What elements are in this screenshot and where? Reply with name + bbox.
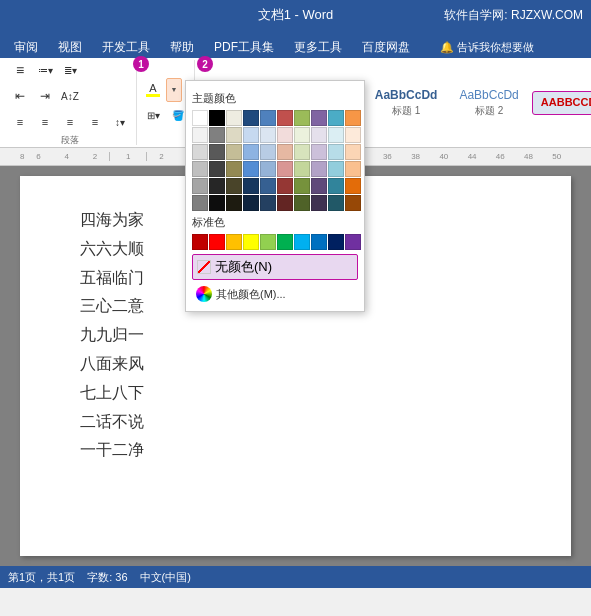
color-cell[interactable] bbox=[277, 144, 293, 160]
color-cell[interactable] bbox=[192, 234, 208, 250]
color-cell[interactable] bbox=[192, 178, 208, 194]
doc-text-line: 七上八下 bbox=[80, 379, 511, 408]
no-color-option[interactable]: 无颜色(N) bbox=[192, 254, 358, 280]
color-cell[interactable] bbox=[226, 127, 242, 143]
color-cell[interactable] bbox=[328, 127, 344, 143]
color-cell[interactable] bbox=[243, 195, 259, 211]
color-cell[interactable] bbox=[277, 178, 293, 194]
color-cell[interactable] bbox=[260, 144, 276, 160]
color-cell[interactable] bbox=[209, 161, 225, 177]
list-style-btn[interactable]: ≔▾ bbox=[33, 58, 57, 82]
color-cell[interactable] bbox=[243, 178, 259, 194]
color-cell[interactable] bbox=[311, 144, 327, 160]
color-cell[interactable] bbox=[345, 110, 361, 126]
align-center-btn[interactable]: ≡ bbox=[33, 110, 57, 134]
color-cell[interactable] bbox=[209, 195, 225, 211]
shading-color-btn[interactable]: A bbox=[141, 78, 165, 102]
color-cell[interactable] bbox=[277, 127, 293, 143]
color-cell[interactable] bbox=[243, 127, 259, 143]
color-cell[interactable] bbox=[294, 178, 310, 194]
color-cell[interactable] bbox=[345, 195, 361, 211]
color-cell[interactable] bbox=[260, 178, 276, 194]
style-title[interactable]: AABBCCDI bbox=[532, 91, 591, 115]
justify-btn[interactable]: ≡ bbox=[83, 110, 107, 134]
color-cell[interactable] bbox=[294, 234, 310, 250]
color-cell[interactable] bbox=[260, 234, 276, 250]
color-cell[interactable] bbox=[311, 234, 327, 250]
color-cell[interactable] bbox=[243, 234, 259, 250]
color-cell[interactable] bbox=[311, 178, 327, 194]
more-colors-option[interactable]: 其他颜色(M)... bbox=[192, 283, 358, 305]
color-cell[interactable] bbox=[192, 110, 208, 126]
color-cell[interactable] bbox=[311, 195, 327, 211]
color-cell[interactable] bbox=[226, 178, 242, 194]
color-cell[interactable] bbox=[260, 127, 276, 143]
color-cell[interactable] bbox=[209, 178, 225, 194]
color-cell[interactable] bbox=[328, 195, 344, 211]
color-cell[interactable] bbox=[328, 144, 344, 160]
color-cell[interactable] bbox=[192, 127, 208, 143]
highlight-dropdown-btn[interactable]: ▼ bbox=[166, 78, 182, 102]
color-cell[interactable] bbox=[192, 195, 208, 211]
color-cell[interactable] bbox=[209, 127, 225, 143]
color-cell[interactable] bbox=[345, 161, 361, 177]
color-cell[interactable] bbox=[345, 178, 361, 194]
color-cell[interactable] bbox=[328, 161, 344, 177]
color-cell[interactable] bbox=[294, 195, 310, 211]
color-cell[interactable] bbox=[226, 144, 242, 160]
color-cell[interactable] bbox=[328, 110, 344, 126]
color-cell[interactable] bbox=[345, 144, 361, 160]
increase-indent-btn[interactable]: ⇥ bbox=[33, 84, 57, 108]
color-cell[interactable] bbox=[260, 195, 276, 211]
color-cell[interactable] bbox=[192, 161, 208, 177]
color-cell[interactable] bbox=[328, 178, 344, 194]
tab-tell[interactable]: 🔔 告诉我你想要做 bbox=[430, 36, 544, 58]
line-spacing-btn[interactable]: ↕▾ bbox=[108, 110, 132, 134]
tab-devtools[interactable]: 开发工具 bbox=[92, 36, 160, 58]
color-cell[interactable] bbox=[277, 234, 293, 250]
sort-btn[interactable]: A↕Z bbox=[58, 84, 82, 108]
tab-review[interactable]: 审阅 bbox=[4, 36, 48, 58]
color-cell[interactable] bbox=[209, 144, 225, 160]
color-cell[interactable] bbox=[226, 110, 242, 126]
color-cell[interactable] bbox=[277, 195, 293, 211]
format-list-btn[interactable]: ≡ bbox=[8, 58, 32, 82]
color-cell[interactable] bbox=[226, 234, 242, 250]
color-cell[interactable] bbox=[192, 144, 208, 160]
tab-pdf[interactable]: PDF工具集 bbox=[204, 36, 284, 58]
color-cell[interactable] bbox=[294, 161, 310, 177]
color-cell[interactable] bbox=[243, 110, 259, 126]
tab-view[interactable]: 视图 bbox=[48, 36, 92, 58]
color-cell[interactable] bbox=[294, 144, 310, 160]
color-cell[interactable] bbox=[226, 161, 242, 177]
color-cell[interactable] bbox=[328, 234, 344, 250]
color-cell[interactable] bbox=[226, 195, 242, 211]
align-right-btn[interactable]: ≡ bbox=[58, 110, 82, 134]
color-cell[interactable] bbox=[294, 110, 310, 126]
tab-help[interactable]: 帮助 bbox=[160, 36, 204, 58]
decrease-indent-btn[interactable]: ⇤ bbox=[8, 84, 32, 108]
color-cell[interactable] bbox=[260, 110, 276, 126]
color-cell[interactable] bbox=[243, 161, 259, 177]
color-cell[interactable] bbox=[277, 161, 293, 177]
color-wheel-icon bbox=[196, 286, 212, 302]
color-cell[interactable] bbox=[311, 161, 327, 177]
tab-moretools[interactable]: 更多工具 bbox=[284, 36, 352, 58]
color-cell[interactable] bbox=[294, 127, 310, 143]
style-heading2[interactable]: AaBbCcDd 标题 2 bbox=[450, 83, 527, 123]
color-cell[interactable] bbox=[209, 234, 225, 250]
color-cell[interactable] bbox=[260, 161, 276, 177]
color-cell[interactable] bbox=[311, 110, 327, 126]
style-heading1[interactable]: AaBbCcDd 标题 1 bbox=[366, 83, 447, 123]
multilevel-list-btn[interactable]: ≣▾ bbox=[58, 58, 82, 82]
align-left-btn[interactable]: ≡ bbox=[8, 110, 32, 134]
color-cell[interactable] bbox=[209, 110, 225, 126]
color-cell[interactable] bbox=[277, 110, 293, 126]
color-cell[interactable] bbox=[345, 234, 361, 250]
color-cell[interactable] bbox=[345, 127, 361, 143]
standard-colors-grid bbox=[192, 234, 358, 250]
tab-baidu[interactable]: 百度网盘 bbox=[352, 36, 420, 58]
color-cell[interactable] bbox=[311, 127, 327, 143]
color-cell[interactable] bbox=[243, 144, 259, 160]
border-btn[interactable]: ⊞▾ bbox=[141, 104, 165, 128]
